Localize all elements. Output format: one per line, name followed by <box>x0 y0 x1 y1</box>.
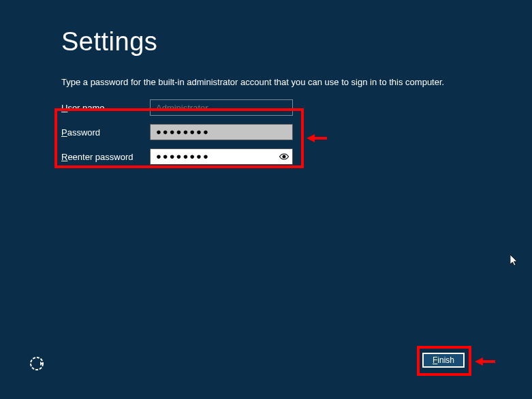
ease-of-access-icon[interactable] <box>29 355 45 372</box>
annotation-arrow-finish <box>475 357 495 369</box>
password-row: Password ●●●●●●●● <box>61 124 471 140</box>
reenter-label: Reenter password <box>61 152 150 162</box>
description-text: Type a password for the built-in adminis… <box>61 77 471 87</box>
username-input <box>150 99 293 116</box>
svg-point-0 <box>283 155 286 159</box>
page-title: Settings <box>61 27 471 57</box>
reenter-row: Reenter password ●●●●●●●● <box>61 148 471 165</box>
reenter-input[interactable]: ●●●●●●●● <box>150 148 293 165</box>
svg-marker-4 <box>475 357 483 366</box>
password-input[interactable]: ●●●●●●●● <box>150 124 293 140</box>
finish-button[interactable]: Finish <box>422 353 465 368</box>
username-label: User name <box>61 103 150 113</box>
mouse-cursor-icon <box>510 255 520 270</box>
reveal-password-icon[interactable] <box>279 151 290 162</box>
username-row: User name <box>61 99 471 116</box>
password-label: Password <box>61 127 150 138</box>
